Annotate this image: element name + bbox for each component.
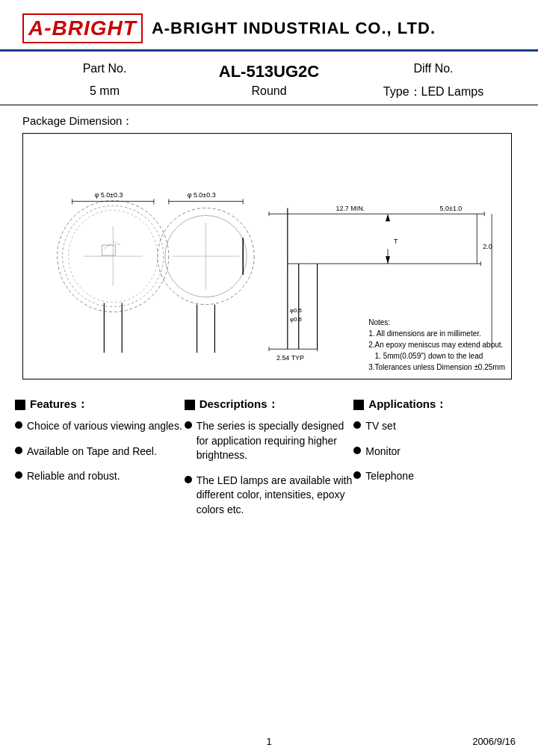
applications-column: Applications： TV set Monitor Telephone: [353, 397, 523, 528]
descriptions-list: The series is specially designed for app…: [185, 419, 354, 518]
features-label: Features：: [30, 397, 88, 412]
svg-line-45: [104, 244, 111, 249]
bullet-icon: [15, 447, 22, 454]
app-item-1: TV set: [365, 419, 395, 434]
svg-text:12.7 MIN.: 12.7 MIN.: [336, 205, 365, 212]
note-line-1: Notes:: [368, 317, 505, 328]
svg-text:φ0.6: φ0.6: [290, 316, 303, 323]
part-no-value: AL-513UG2C: [187, 62, 351, 81]
logo: A-BRIGHT: [22, 13, 143, 43]
features-section: Features： Choice of various viewing angl…: [0, 390, 538, 536]
package-diagram: φ 5.0±0.3 φ 5.0±0.3 12.7 MIN. 5.0±1.0 T: [22, 133, 512, 379]
bullet-icon: [353, 471, 361, 479]
feature-item-1: Choice of various viewing angles.: [27, 419, 182, 434]
type-label: Type：LED Lamps: [351, 84, 516, 100]
bullet-icon: [353, 421, 361, 429]
feature-item-2: Available on Tape and Reel.: [27, 444, 157, 459]
desc-bullet-icon: [185, 400, 195, 410]
svg-marker-26: [386, 214, 390, 221]
features-header: Features：: [15, 397, 185, 412]
size-label: 5 mm: [22, 84, 187, 100]
svg-text:φ 5.0±0.3: φ 5.0±0.3: [94, 191, 123, 199]
note-line-3: 2.An epoxy meniscus may extend about.: [368, 339, 505, 350]
header: A-BRIGHT A-BRIGHT INDUSTRIAL CO., LTD.: [0, 0, 538, 52]
svg-marker-27: [386, 256, 390, 264]
package-title: Package Dimension：: [22, 114, 516, 128]
descriptions-label: Descriptions：: [200, 397, 279, 412]
svg-line-46: [113, 241, 120, 245]
bullet-icon: [15, 471, 22, 479]
diff-no-label: Diff No.: [351, 62, 516, 81]
diagram-notes: Notes: 1. All dimensions are in millimet…: [368, 317, 505, 373]
company-name: A-BRIGHT INDUSTRIAL CO., LTD.: [152, 19, 436, 38]
svg-text:φ0.5: φ0.5: [290, 307, 303, 314]
applications-label: Applications：: [368, 397, 447, 412]
footer-page: 1: [266, 736, 271, 747]
list-item: Monitor: [353, 444, 523, 459]
svg-text:2.0: 2.0: [483, 243, 492, 250]
svg-text:2.54 TYP: 2.54 TYP: [276, 354, 304, 362]
footer-date: 2006/9/16: [472, 736, 516, 747]
part-info: Part No. AL-513UG2C Diff No. 5 mm Round …: [0, 52, 538, 105]
applications-list: TV set Monitor Telephone: [353, 419, 523, 484]
list-item: Available on Tape and Reel.: [15, 444, 185, 459]
list-item: TV set: [353, 419, 523, 434]
note-line-2: 1. All dimensions are in millimeter.: [368, 328, 505, 339]
descriptions-column: Descriptions： The series is specially de…: [185, 397, 354, 528]
bullet-icon: [15, 421, 22, 429]
svg-text:5.0±1.0: 5.0±1.0: [440, 205, 463, 212]
app-bullet-icon: [353, 400, 364, 410]
bullet-icon: [353, 447, 361, 454]
app-item-2: Monitor: [365, 444, 401, 459]
bullet-icon: [185, 476, 192, 483]
features-bullet-icon: [15, 400, 25, 410]
note-line-4: 1. 5mm(0.059") down to the lead: [368, 350, 505, 362]
shape-label: Round: [187, 84, 351, 100]
part-no-label: Part No.: [22, 62, 187, 81]
desc-item-2: The LED lamps are available with differe…: [197, 474, 354, 518]
features-column: Features： Choice of various viewing angl…: [15, 397, 185, 528]
note-line-5: 3.Tolerances unless Dimension ±0.25mm: [368, 362, 505, 373]
svg-text:φ 5.0±0.3: φ 5.0±0.3: [188, 191, 216, 199]
desc-item-1: The series is specially designed for app…: [197, 419, 354, 463]
list-item: The series is specially designed for app…: [185, 419, 354, 463]
bullet-icon: [185, 421, 192, 429]
feature-item-3: Reliable and robust.: [27, 469, 120, 484]
descriptions-header: Descriptions：: [185, 397, 354, 412]
package-section: Package Dimension： φ 5.0±0.3: [0, 105, 538, 390]
applications-header: Applications：: [353, 397, 523, 412]
features-list: Choice of various viewing angles. Availa…: [15, 419, 185, 484]
list-item: The LED lamps are available with differe…: [185, 474, 354, 518]
app-item-3: Telephone: [365, 469, 414, 484]
svg-text:T: T: [394, 238, 398, 245]
list-item: Reliable and robust.: [15, 469, 185, 484]
list-item: Choice of various viewing angles.: [15, 419, 185, 434]
list-item: Telephone: [353, 469, 523, 484]
